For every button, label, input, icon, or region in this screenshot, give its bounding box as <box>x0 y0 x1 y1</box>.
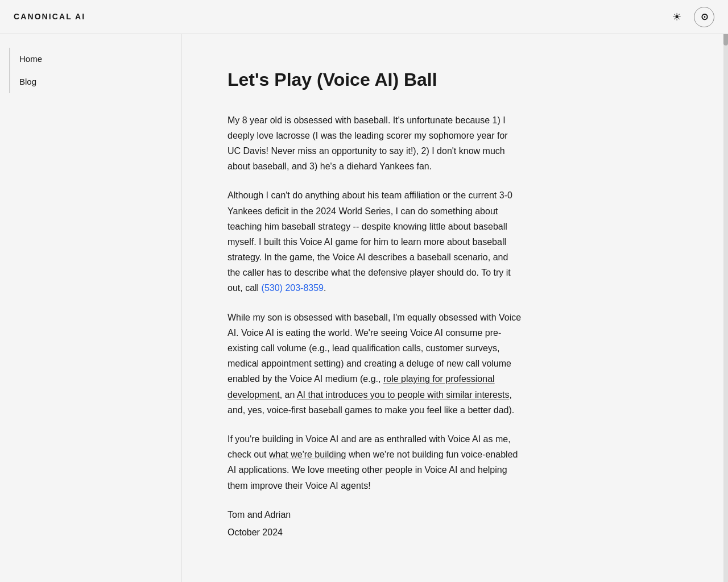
page-layout: Home Blog Let's Play (Voice AI) Ball My … <box>0 34 728 582</box>
theme-toggle-button[interactable]: ☀ <box>667 7 687 27</box>
paragraph-3: While my son is obsessed with baseball, … <box>228 310 523 418</box>
sidebar-item-label: Home <box>19 54 42 64</box>
paragraph-4: If you're building in Voice AI and are a… <box>228 431 523 493</box>
signature: Tom and Adrian October 2024 <box>228 507 648 540</box>
signature-date: October 2024 <box>228 525 523 540</box>
paragraph-1-text: My 8 year old is obsessed with baseball.… <box>228 115 508 172</box>
sidebar-item-blog[interactable]: Blog <box>9 70 181 93</box>
paragraph-2-text-after: . <box>324 283 326 293</box>
sidebar-item-home[interactable]: Home <box>9 48 181 70</box>
sidebar: Home Blog <box>0 34 182 582</box>
what-we-build-link[interactable]: what we're building <box>269 450 346 459</box>
article-title: Let's Play (Voice AI) Ball <box>228 68 648 92</box>
paragraph-3-text-before: While my son is obsessed with baseball, … <box>228 313 521 384</box>
github-button[interactable]: ⊙ <box>694 7 714 27</box>
site-logo[interactable]: CANONICAL AI <box>14 10 85 23</box>
article-body: My 8 year old is obsessed with baseball.… <box>228 113 648 541</box>
phone-number: (530) 203-8359 <box>262 283 324 293</box>
ai-intro-link-text: AI that introduces you to people with si… <box>297 390 510 400</box>
sidebar-item-label: Blog <box>19 77 36 86</box>
paragraph-1: My 8 year old is obsessed with baseball.… <box>228 113 523 174</box>
signature-names: Tom and Adrian <box>228 507 523 522</box>
scrollbar-track[interactable] <box>723 0 728 582</box>
what-we-build-link-text: what we're building <box>269 450 346 459</box>
header-icons: ☀ ⊙ <box>667 7 714 27</box>
phone-link[interactable]: (530) 203-8359 <box>262 283 324 293</box>
ai-intro-link[interactable]: AI that introduces you to people with si… <box>297 390 510 400</box>
sun-icon: ☀ <box>672 11 681 23</box>
main-content: Let's Play (Voice AI) Ball My 8 year old… <box>182 34 694 582</box>
header: CANONICAL AI ☀ ⊙ <box>0 0 728 34</box>
paragraph-2: Although I can't do anything about his t… <box>228 188 523 296</box>
paragraph-3-text-middle: , an <box>280 390 297 400</box>
sidebar-nav: Home Blog <box>0 48 181 93</box>
github-icon: ⊙ <box>701 11 708 22</box>
paragraph-2-text-before: Although I can't do anything about his t… <box>228 190 512 293</box>
